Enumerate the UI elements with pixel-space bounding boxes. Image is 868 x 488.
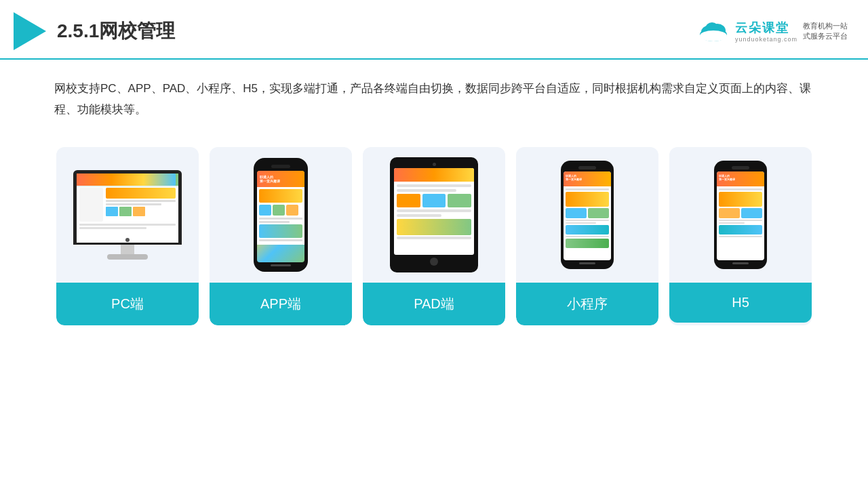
phone-sm-indicator [579, 262, 595, 264]
monitor-body [77, 186, 178, 232]
phone-grid-item-2 [273, 205, 285, 216]
tablet-screen-top [394, 168, 474, 182]
brand-wrapper: 云朵课堂 yunduoketang.com 教育机构一站 式服务云平台 [697, 20, 848, 43]
phone-screen-top-app: 职通人的第一堂兴趣课 [257, 171, 304, 187]
card-h5-label: H5 [669, 283, 812, 323]
phone-grid [259, 205, 302, 216]
phone-sm-h5-row-1 [719, 220, 762, 221]
phone-sm-indicator-h5 [732, 262, 749, 264]
phone-screen-body-app [257, 187, 304, 245]
phone-sm-content-1 [566, 188, 609, 190]
tablet-home-btn [430, 258, 438, 266]
phone-sm-top-h5: 职通人的第一堂兴趣课 [717, 171, 764, 186]
tablet-screen-body [394, 182, 474, 244]
brand-tagline-line1: 教育机构一站 [803, 21, 848, 31]
monitor-device [70, 170, 185, 260]
tablet-row-5 [397, 237, 471, 239]
brand-tagline-line2: 式服务云平台 [803, 31, 848, 41]
phone-sm-notch [578, 166, 596, 169]
tablet-card-1 [397, 194, 420, 207]
phone-sm-card-big [566, 192, 609, 207]
phone-sm-cards-row [566, 208, 609, 218]
tablet-row-2 [397, 189, 456, 192]
tablet-device [390, 157, 478, 272]
card-app: 职通人的第一堂兴趣课 [210, 147, 352, 325]
monitor-foot [107, 254, 148, 260]
tablet-cards [397, 194, 471, 207]
phone-device-app: 职通人的第一堂兴趣课 [254, 158, 308, 272]
phone-sm-h5-card-1 [719, 208, 740, 218]
tablet-card-2 [422, 194, 446, 207]
header: 2.5.1网校管理 云朵课堂 yunduoketang.com 教育机构一站 式… [0, 0, 868, 60]
card-miniprogram-label: 小程序 [516, 283, 658, 325]
phone-sm-h5-row-2 [719, 222, 745, 224]
monitor-neck [121, 245, 134, 254]
phone-sm-card-sm-1 [566, 208, 587, 218]
card-pc-image [56, 147, 199, 283]
card-miniprogram: 职通人的第一堂兴趣课 [516, 147, 658, 325]
phone-sm-h5-card-2 [741, 208, 762, 218]
phone-sm-h5-row-3 [719, 236, 762, 237]
phone-sm-content-h5-1 [719, 188, 762, 190]
card-miniprogram-image: 职通人的第一堂兴趣课 [516, 147, 658, 283]
phone-sm-screen-mini: 职通人的第一堂兴趣课 [564, 171, 611, 260]
brand-name-en: yunduoketang.com [735, 36, 797, 43]
phone-screen-app: 职通人的第一堂兴趣课 [257, 171, 304, 262]
phone-notch [271, 165, 290, 168]
tablet-row-1 [397, 184, 471, 187]
phone-sm-screen-h5: 职通人的第一堂兴趣课 [717, 171, 764, 260]
page-title: 2.5.1网校管理 [57, 18, 175, 44]
phone-sm-h5-card-big [719, 225, 762, 235]
monitor-camera [125, 238, 130, 242]
phone-grid-item-3 [286, 205, 298, 216]
tablet-card-3 [448, 194, 471, 207]
phone-sm-card-sm-2 [588, 208, 609, 218]
phone-card-1 [259, 189, 302, 203]
phone-device-h5: 职通人的第一堂兴趣课 [714, 161, 767, 269]
brand-main-row: 云朵课堂 [735, 20, 797, 36]
phone-sm-body-h5 [717, 186, 764, 239]
card-pad-label: PAD端 [363, 283, 505, 325]
phone-home-indicator [271, 264, 291, 266]
card-h5-image: 职通人的第一堂兴趣课 [669, 147, 812, 283]
monitor-screen-content [77, 174, 178, 243]
phone-grid-item-1 [259, 205, 271, 216]
brand-tagline: 教育机构一站 式服务云平台 [803, 21, 848, 42]
phone-sm-top-mini: 职通人的第一堂兴趣课 [564, 171, 611, 186]
phone-sm-cards-row-h5 [719, 208, 762, 218]
brand-name-cn: 云朵课堂 [735, 20, 789, 36]
card-app-label: APP端 [210, 283, 352, 325]
phone-device-mini: 职通人的第一堂兴趣课 [561, 161, 614, 269]
tablet-camera [433, 163, 436, 166]
tablet-row-4 [397, 214, 441, 217]
monitor-screen-outer [73, 170, 182, 245]
tablet-row-3 [397, 209, 471, 212]
monitor-top-bar [77, 174, 178, 186]
phone-sm-notch-h5 [732, 166, 749, 169]
logo-triangle-icon [14, 12, 46, 50]
header-right: 云朵课堂 yunduoketang.com 教育机构一站 式服务云平台 [697, 20, 848, 43]
card-h5: 职通人的第一堂兴趣课 [669, 147, 812, 325]
phone-sm-body-mini [564, 186, 611, 250]
brand-text-block: 云朵课堂 yunduoketang.com [735, 20, 797, 43]
tablet-screen [394, 168, 474, 255]
card-pc-label: PC端 [56, 283, 199, 325]
description-text: 网校支持PC、APP、PAD、小程序、H5，实现多端打通，产品各终端自由切换，数… [0, 60, 868, 134]
cards-container: PC端 职通人的第一堂兴趣课 [0, 134, 868, 339]
description-content: 网校支持PC、APP、PAD、小程序、H5，实现多端打通，产品各终端自由切换，数… [54, 82, 811, 116]
card-pad: PAD端 [363, 147, 505, 325]
svg-point-4 [700, 30, 727, 41]
cloud-logo-icon [697, 20, 730, 43]
header-left: 2.5.1网校管理 [14, 12, 175, 50]
phone-sm-banner-h5 [719, 192, 762, 207]
card-app-image: 职通人的第一堂兴趣课 [210, 147, 352, 283]
card-pc: PC端 [56, 147, 199, 325]
card-pad-image [363, 147, 505, 283]
